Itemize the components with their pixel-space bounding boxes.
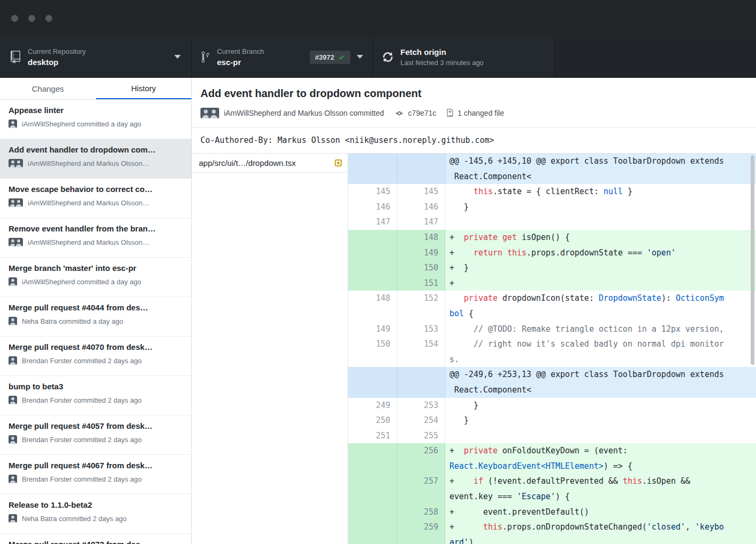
code-token: +: [449, 248, 473, 258]
repository-dropdown-button[interactable]: Current Repository desktop: [0, 36, 192, 78]
minimize-window-button[interactable]: [28, 15, 35, 22]
commit-meta-text: Brendan Forster committed 2 days ago: [22, 475, 142, 483]
commit-meta: iAmWillShepherd committed a day ago: [9, 277, 183, 286]
maximize-window-button[interactable]: [45, 15, 52, 22]
commit-title: Move escape behavior to correct co…: [9, 185, 183, 194]
old-line-number: [348, 260, 397, 276]
commit-list-item[interactable]: bump to beta3Brendan Forster committed 2…: [0, 376, 191, 415]
check-icon: [338, 54, 345, 61]
commit-list-item[interactable]: Merge pull request #4067 from desk…Brend…: [0, 455, 191, 494]
new-line-number: 147: [397, 214, 445, 230]
code-line: }: [445, 398, 756, 413]
commit-avatars: [9, 475, 17, 483]
code-token: + }: [449, 263, 469, 273]
commit-sha: c79e71c: [408, 109, 436, 117]
commit-title: Merge pull request #4072 from des…: [9, 540, 183, 544]
old-line-number: [348, 474, 397, 504]
commit-list-item[interactable]: Release to 1.1.0-beta2Neha Batra committ…: [0, 494, 191, 534]
code-line: }: [445, 413, 756, 428]
commit-list-item[interactable]: Remove event handler from the bran…iAmWi…: [0, 218, 191, 258]
commit-list-item[interactable]: Merge pull request #4070 from desk…Brend…: [0, 337, 191, 376]
new-line-number: 259: [397, 519, 445, 544]
code-line: }: [445, 199, 756, 215]
commit-list-item[interactable]: Merge pull request #4072 from des…: [0, 534, 191, 544]
diff-rows: @@ -145,6 +145,10 @@ export class Toolba…: [348, 154, 756, 544]
commit-list-item[interactable]: Merge pull request #4057 from desk…Brend…: [0, 415, 191, 455]
branch-dropdown-button[interactable]: Current Branch esc-pr #3972: [192, 36, 373, 78]
pull-request-number: #3972: [315, 53, 334, 61]
commit-meta-text: Brendan Forster committed 2 days ago: [22, 396, 142, 404]
commit-meta-text: iAmWillShepherd committed a day ago: [22, 120, 141, 128]
commit-list-item[interactable]: Add event handler to dropdown com…iAmWil…: [0, 139, 191, 179]
new-line-number: 150: [397, 260, 445, 276]
code-token: isOpen() {: [517, 233, 569, 242]
repo-icon: [11, 51, 20, 63]
new-line-number: 257: [397, 474, 445, 504]
old-line-number: 145: [348, 184, 397, 199]
code-token: +: [449, 278, 454, 288]
chevron-down-icon: [174, 55, 181, 59]
pull-request-badge[interactable]: #3972: [310, 51, 350, 64]
diff-line-row: 249253 }: [348, 398, 756, 413]
github-desktop-window: Current Repository desktop Current Branc…: [0, 0, 756, 544]
old-line-number: 148: [348, 291, 397, 321]
code-token: ): [469, 538, 473, 544]
commit-list-item[interactable]: Move escape behavior to correct co…iAmWi…: [0, 179, 191, 218]
diff-view: @@ -145,6 +145,10 @@ export class Toolba…: [348, 154, 756, 544]
code-token: .props.dropdownState ===: [527, 248, 647, 258]
commit-description: Co-Authored-By: Markus Olsson <niik@user…: [192, 127, 756, 154]
code-token: this: [483, 522, 502, 532]
commit-avatars: [9, 396, 17, 404]
avatar: [14, 238, 23, 246]
changed-file-list: app/src/ui/t…/dropdown.tsx: [192, 154, 348, 544]
new-line-number: 149: [397, 245, 445, 261]
old-line-number: 250: [348, 413, 397, 428]
old-line-number: 150: [348, 337, 397, 367]
avatar: [208, 108, 219, 118]
commit-avatars: [9, 238, 23, 246]
code-token: [449, 339, 473, 349]
code-token: DropdownState: [599, 293, 661, 303]
diff-line-row: 149153 // @TODO: Remake triangle octicon…: [348, 322, 756, 337]
commit-meta: iAmWillShepherd and Markus Olsson…: [9, 238, 183, 246]
old-line-number: [348, 367, 397, 397]
commit-list-item[interactable]: Appease linteriAmWillShepherd committed …: [0, 100, 191, 139]
file-list-item[interactable]: app/src/ui/t…/dropdown.tsx: [192, 154, 348, 173]
code-token: return: [473, 248, 502, 258]
commit-title: Merge pull request #4057 from desk…: [9, 421, 183, 430]
fetch-origin-button[interactable]: Fetch origin Last fetched 3 minutes ago: [373, 36, 554, 78]
file-path: app/src/ui/t…/dropdown.tsx: [199, 158, 296, 167]
commit-meta-text: Neha Batra committed a day ago: [22, 317, 123, 325]
commit-title: Merge pull request #4044 from des…: [9, 303, 183, 312]
old-line-number: [348, 443, 397, 474]
commit-list-item[interactable]: Merge pull request #4044 from des…Neha B…: [0, 297, 191, 337]
commit-meta-text: Brendan Forster committed 2 days ago: [22, 436, 142, 444]
diff-line-row: 150+ }: [348, 260, 756, 276]
commit-list-item[interactable]: Merge branch 'master' into esc-priAmWill…: [0, 258, 191, 297]
code-line: private dropdownIcon(state: DropdownStat…: [445, 291, 756, 321]
code-token: .state = { clientRect:: [493, 187, 604, 196]
new-line-number: 152: [397, 291, 445, 321]
scrollbar-thumb[interactable]: [751, 155, 754, 365]
code-token: @@ -145,6 +145,10 @@ export class Toolba…: [449, 156, 724, 181]
diff-line-row: 146146 }: [348, 199, 756, 215]
changed-files-count: 1 changed file: [457, 109, 504, 117]
toolbar: Current Repository desktop Current Branc…: [0, 36, 756, 78]
git-branch-icon: [202, 51, 210, 63]
commit-meta-text: iAmWillShepherd committed a day ago: [22, 278, 141, 286]
commit-meta-text: iAmWillShepherd and Markus Olsson…: [28, 199, 149, 207]
commit-meta: iAmWillShepherd and Markus Olsson…: [9, 159, 183, 167]
code-token: ):: [661, 293, 675, 303]
close-window-button[interactable]: [11, 15, 18, 22]
tab-changes[interactable]: Changes: [0, 78, 96, 99]
old-line-number: [348, 276, 397, 291]
commit-meta: Brendan Forster committed 2 days ago: [9, 396, 183, 404]
avatar: [9, 396, 17, 404]
tab-history[interactable]: History: [96, 78, 192, 99]
code-token: [497, 233, 502, 242]
fetch-label: Fetch origin: [400, 47, 484, 57]
code-token: }: [449, 202, 469, 212]
old-line-number: 149: [348, 322, 397, 337]
diff-file-icon: [447, 109, 454, 117]
old-line-number: 146: [348, 199, 397, 215]
